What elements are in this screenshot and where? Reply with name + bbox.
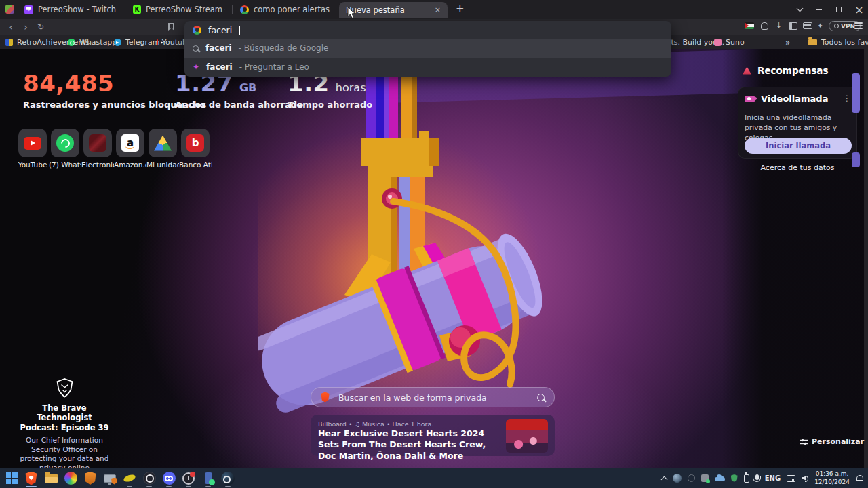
news-card[interactable]: Billboard • ♫ Música • Hace 1 hora. Hear… [311, 415, 555, 456]
obs-icon [143, 472, 156, 485]
bookmark-telegram[interactable]: Telegram [114, 35, 159, 49]
taskbar-discord[interactable] [161, 469, 176, 488]
bookmarks-overflow-button[interactable]: » [785, 35, 790, 49]
suggestion-ask-leo[interactable]: ✦ faceri - Preguntar a Leo [184, 58, 671, 77]
bookmark-youtube[interactable]: Youtub [157, 35, 187, 49]
video-camera-icon [745, 96, 755, 102]
tab-obs-search[interactable]: como poner alertas en el obs - Bus [235, 0, 336, 19]
banco-icon: b [186, 134, 204, 152]
brave-lion-logo [56, 378, 74, 398]
tab-label: PerreoShow Stream - Watch Live on [146, 5, 225, 14]
reload-button[interactable]: ↻ [34, 20, 47, 34]
shortcut-drive[interactable]: Mi unidad [146, 129, 179, 169]
microphone-icon[interactable] [755, 474, 759, 480]
taskbar-obs[interactable] [142, 469, 157, 488]
clock-date[interactable]: 01:36 a.m. 12/10/2024 [814, 470, 850, 486]
menu-button[interactable] [854, 22, 863, 29]
new-tab-page: 84,485 Rastreadores y anuncios bloqueado… [0, 49, 868, 468]
minimize-button[interactable] [808, 0, 829, 19]
taskbar-brave[interactable] [24, 469, 39, 488]
restore-button[interactable] [829, 0, 849, 19]
shortcut-electronic-arts[interactable]: Electronic... [81, 129, 114, 169]
bookmark-whatsapp[interactable]: Whastapp [68, 35, 117, 49]
taskbar-phone-link[interactable] [201, 469, 216, 488]
leo-ai-button[interactable]: ✦ [817, 22, 823, 30]
folder-icon [45, 474, 58, 483]
tab-search-button[interactable] [789, 0, 810, 19]
speaker-icon[interactable] [802, 475, 808, 481]
whatsapp-icon [68, 39, 75, 46]
battery-icon[interactable] [744, 474, 749, 483]
scroll-indicator-bottom[interactable] [852, 152, 860, 167]
taskbar-shield-app[interactable] [83, 469, 98, 488]
scroll-indicator-top[interactable] [852, 73, 860, 113]
game-icon [64, 472, 77, 485]
back-button[interactable]: ‹ [4, 20, 18, 34]
tab-perreoshow-twitch[interactable]: PerreoShow - Twitch [19, 0, 125, 19]
search-icon[interactable] [537, 394, 545, 401]
rewards-header[interactable]: Recompensas [743, 65, 829, 76]
shortcut-whatsapp[interactable]: (7) Whats... [49, 129, 81, 169]
stat-label: Tiempo ahorrado [288, 100, 372, 110]
extension-flag-icon[interactable] [745, 22, 754, 29]
start-call-button[interactable]: Iniciar llamada [745, 138, 852, 154]
omnibox-input[interactable]: faceri [184, 21, 671, 39]
folder-icon [808, 39, 817, 45]
downloads-button[interactable]: ↓ [776, 22, 782, 29]
windows-icon [6, 472, 18, 484]
extension-icon[interactable] [761, 22, 768, 30]
new-tab-button[interactable]: + [456, 3, 465, 15]
tab-perreoshow-kick[interactable]: K PerreoShow Stream - Watch Live on [127, 0, 231, 19]
forward-button[interactable]: › [19, 20, 33, 34]
steam-tray-icon[interactable] [673, 474, 682, 483]
close-button[interactable]: × [849, 0, 868, 19]
customize-button[interactable]: Personalizar [800, 437, 864, 446]
sync-tray-icon[interactable] [701, 474, 709, 482]
taskbar-yellow-app[interactable] [122, 469, 137, 488]
kebab-menu-icon[interactable]: ⋮ [843, 94, 851, 103]
taskbar-steam[interactable] [220, 469, 235, 488]
taskbar-game-app[interactable] [63, 469, 78, 488]
news-headline: Hear Exclusive Desert Hearts 2024 Sets F… [318, 428, 502, 462]
leo-sparkle-icon: ✦ [193, 62, 199, 72]
podcast-card: The Brave Technologist Podcast: Episode … [15, 378, 114, 468]
windows-taskbar: ENG 01:36 a.m. 12/10/2024 [0, 468, 868, 488]
monitor-shield-icon [104, 474, 116, 483]
wallet-button[interactable] [803, 22, 812, 29]
about-data-link[interactable]: Acerca de tus datos [738, 163, 857, 172]
suggestion-google-search[interactable]: faceri - Búsqueda de Google [184, 39, 671, 58]
start-button[interactable] [4, 469, 19, 488]
podcast-title: The Brave Technologist [15, 403, 114, 423]
tab-label: como poner alertas en el obs - Bus [254, 5, 331, 14]
podcast-description: Our Chief Information Security Officer o… [15, 436, 114, 468]
stat-unit: GB [239, 81, 256, 94]
bookmark-suno[interactable]: Suno [714, 35, 745, 49]
language-indicator[interactable]: ENG [765, 474, 781, 482]
tab-divider [232, 5, 233, 14]
tab-close-icon[interactable]: × [435, 5, 441, 14]
shortcut-youtube[interactable]: YouTube [16, 129, 49, 169]
brave-lion-icon [321, 392, 330, 403]
taskbar-explorer[interactable] [43, 469, 58, 488]
profile-avatar[interactable] [5, 5, 14, 14]
brave-icon [25, 472, 37, 485]
search-placeholder: Buscar en la web de forma privada [338, 392, 487, 403]
shortcut-amazon[interactable]: a Amazon.c... [114, 129, 146, 169]
taskbar-monitor-app[interactable] [102, 469, 117, 488]
tray-expand-icon[interactable] [660, 476, 667, 483]
sidebar-button[interactable] [789, 22, 797, 30]
touch-keyboard-icon[interactable] [787, 475, 795, 482]
whatsapp-icon [56, 134, 74, 152]
restore-icon [836, 7, 842, 12]
notifications-bell-icon[interactable] [856, 475, 863, 482]
all-bookmarks-folder[interactable]: Todos los favoritos [808, 35, 868, 49]
shortcut-banco[interactable]: b Banco Atl... [179, 129, 212, 169]
security-shield-icon[interactable] [731, 474, 738, 482]
tray-app-icon[interactable] [688, 474, 695, 482]
ntp-search-bar[interactable]: Buscar en la web de forma privada [311, 387, 555, 407]
phone-icon [205, 472, 212, 484]
onedrive-icon[interactable] [715, 477, 725, 481]
podcast-title: Podcast: Episode 39 [15, 423, 114, 432]
bookmark-icon[interactable] [168, 23, 174, 30]
taskbar-clock-app[interactable] [181, 469, 196, 488]
